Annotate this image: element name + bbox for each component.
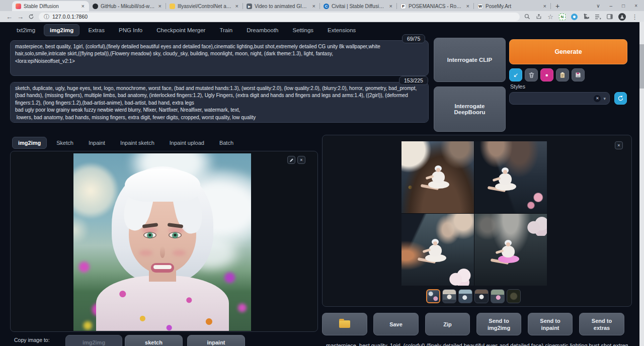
- address-bar[interactable]: ⓘ 127.0.0.1:7860: [39, 13, 520, 21]
- browser-tab-gif-converter[interactable]: ▶ Video to animated GIF converter ×: [243, 1, 320, 11]
- styles-caret-icon: ▾: [603, 96, 606, 101]
- styles-refresh-button[interactable]: [614, 92, 627, 105]
- tab-extras[interactable]: Extras: [83, 25, 110, 36]
- clipboard-icon: [559, 72, 566, 78]
- tab-close-icon[interactable]: ×: [388, 3, 393, 9]
- subtab-inpaint-upload[interactable]: Inpaint upload: [164, 137, 210, 148]
- zip-button[interactable]: Zip: [425, 313, 470, 335]
- edit-pencil-icon[interactable]: [287, 156, 295, 164]
- copy-to-inpaint-button[interactable]: inpaint: [187, 335, 245, 346]
- back-icon[interactable]: ←: [6, 14, 13, 20]
- send-to-extras-button[interactable]: Send to extras: [579, 313, 624, 335]
- generate-button[interactable]: Generate: [509, 39, 627, 64]
- tab-checkpoint-merger[interactable]: Checkpoint Merger: [151, 25, 211, 36]
- browser-tab-stable-diffusion[interactable]: Stable Diffusion ×: [12, 1, 89, 11]
- subtab-img2img[interactable]: img2img: [12, 137, 47, 149]
- extra-networks-button[interactable]: ■: [540, 68, 553, 81]
- interrogate-deepbooru-button[interactable]: Interrogate DeepBooru: [434, 86, 506, 132]
- gallery-image-2[interactable]: [474, 141, 547, 213]
- browser-tab-posemyart[interactable]: W PoseMy.Art ×: [474, 1, 551, 11]
- paste-generation-params-button[interactable]: ↙: [509, 68, 522, 81]
- thumbnail-2[interactable]: [442, 289, 456, 303]
- styles-clear-icon[interactable]: ✕: [594, 95, 601, 102]
- forward-icon[interactable]: →: [17, 14, 24, 20]
- extension-n-icon[interactable]: N: [559, 14, 566, 20]
- copy-to-sketch-button[interactable]: sketch: [125, 335, 183, 346]
- tab-dreambooth[interactable]: Dreambooth: [241, 25, 284, 36]
- image-edit-toolbar: ×: [287, 156, 305, 164]
- window-controls: ∨ – □ ×: [590, 0, 644, 11]
- thumbnail-3[interactable]: [458, 289, 472, 303]
- browser-toolbar: ← → ⓘ 127.0.0.1:7860 ☆ N ⋮: [0, 11, 644, 22]
- info-icon[interactable]: ⓘ: [44, 14, 49, 20]
- tab-title: Video to animated GIF converter: [255, 4, 309, 9]
- bookmark-star-icon[interactable]: ☆: [547, 14, 553, 20]
- gallery-close-icon[interactable]: ×: [615, 141, 623, 149]
- chevron-down-icon[interactable]: ∨: [596, 3, 600, 9]
- tab-title: Stable Diffusion: [24, 4, 78, 9]
- tab-close-icon[interactable]: ×: [80, 3, 86, 9]
- thumbnail-4[interactable]: [474, 289, 489, 303]
- subtab-sketch[interactable]: Sketch: [51, 137, 79, 148]
- tab-close-icon[interactable]: ×: [465, 3, 470, 9]
- uploaded-source-image[interactable]: [73, 153, 251, 331]
- subtab-batch[interactable]: Batch: [214, 137, 239, 148]
- maximize-icon[interactable]: □: [622, 3, 625, 9]
- interrogate-clip-button[interactable]: Interrogate CLIP: [434, 38, 506, 82]
- browser-scrollbar: [639, 22, 644, 346]
- tab-close-icon[interactable]: ×: [234, 3, 239, 9]
- browser-tab-posemaniacs[interactable]: P POSEMANIACS - Royalty free 3 ×: [397, 1, 474, 11]
- tab-close-icon[interactable]: ×: [311, 3, 316, 9]
- gallery-image-4[interactable]: [474, 214, 547, 286]
- tab-settings[interactable]: Settings: [287, 25, 319, 36]
- prompt-input[interactable]: masterpiece, best quality, 1girl, (color…: [10, 40, 429, 76]
- thumbnail-5[interactable]: [491, 289, 505, 303]
- window-close-icon[interactable]: ×: [634, 3, 637, 9]
- thumbnail-6[interactable]: [507, 289, 521, 303]
- open-output-folder-button[interactable]: [322, 313, 367, 335]
- tab-extensions[interactable]: Extensions: [322, 25, 361, 36]
- minimize-icon[interactable]: –: [610, 3, 613, 9]
- zoom-icon[interactable]: [524, 14, 530, 20]
- tab-img2img[interactable]: img2img: [44, 24, 79, 36]
- remove-image-icon[interactable]: ×: [297, 156, 305, 164]
- save-button[interactable]: Save: [373, 313, 419, 335]
- browser-tab-controlnet[interactable]: Illyasviel/ControlNet at main ×: [166, 1, 243, 11]
- controlnet-favicon: [170, 4, 175, 9]
- floppy-disk-icon: [575, 72, 581, 78]
- subtab-inpaint[interactable]: Inpaint: [83, 137, 111, 148]
- clear-prompt-button[interactable]: [525, 68, 538, 81]
- tab-txt2img[interactable]: txt2img: [11, 25, 41, 36]
- tab-close-icon[interactable]: ×: [157, 3, 163, 9]
- save-style-button[interactable]: [572, 68, 585, 81]
- tab-list-icon[interactable]: [595, 14, 601, 20]
- subtab-inpaint-sketch[interactable]: Inpaint sketch: [115, 137, 160, 148]
- kebab-menu-icon[interactable]: ⋮: [631, 14, 638, 20]
- new-tab-button[interactable]: +: [551, 1, 564, 11]
- copy-to-img2img-button: img2img: [65, 335, 122, 346]
- reload-icon[interactable]: [28, 14, 34, 20]
- browser-tab-civitai[interactable]: C Civitai | Stable Diffusion model ×: [320, 1, 397, 11]
- sidebar-icon[interactable]: [607, 14, 613, 20]
- tab-close-icon[interactable]: ×: [542, 3, 547, 9]
- gallery-image-3[interactable]: [401, 214, 474, 286]
- styles-dropdown[interactable]: ✕ ▾: [509, 92, 610, 105]
- stable-diffusion-favicon: [16, 4, 21, 9]
- send-to-img2img-button[interactable]: Send to img2img: [476, 313, 521, 335]
- puzzle-extensions-icon[interactable]: [583, 14, 589, 20]
- profile-avatar[interactable]: [618, 13, 626, 21]
- negative-prompt-input[interactable]: sketch, duplicate, ugly, huge eyes, text…: [10, 82, 429, 123]
- browser-tab-github[interactable]: GitHub - Mikubill/sd-webui-con ×: [89, 1, 166, 11]
- scrollbar-thumb[interactable]: [639, 44, 644, 89]
- posemyart-favicon: W: [477, 4, 483, 9]
- tab-png-info[interactable]: PNG Info: [113, 25, 148, 36]
- trash-icon: [528, 72, 535, 78]
- gallery-image-1[interactable]: [401, 141, 474, 213]
- send-to-inpaint-button[interactable]: Send to inpaint: [528, 313, 573, 335]
- prompt-token-counter: 69/75: [402, 34, 425, 43]
- tab-train[interactable]: Train: [214, 25, 238, 36]
- apply-styles-button[interactable]: [556, 68, 569, 81]
- extension-blue-icon[interactable]: [571, 14, 578, 20]
- share-icon[interactable]: [536, 14, 542, 20]
- thumbnail-1[interactable]: [426, 289, 440, 303]
